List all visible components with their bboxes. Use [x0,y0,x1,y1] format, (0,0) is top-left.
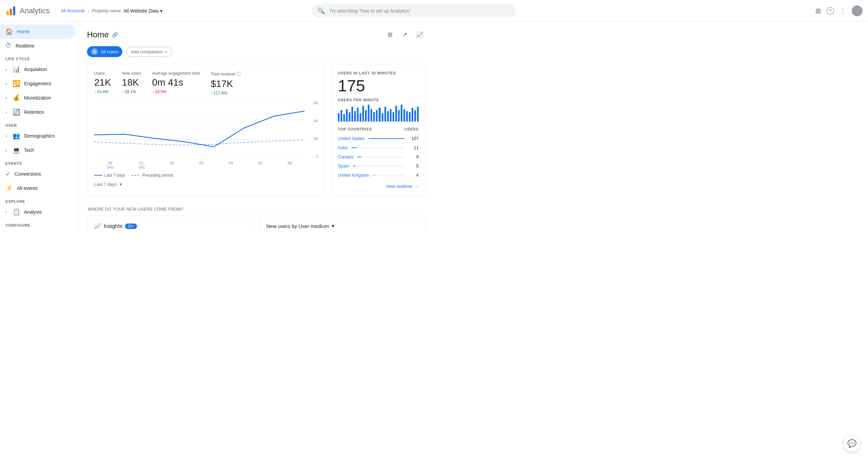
activity-button[interactable]: 📈 [414,29,426,41]
mini-bar [379,108,380,122]
main-grid: Users 21K ↑ 24.4% New users 18K ↑ 28.1% [87,64,426,196]
new-users-header[interactable]: New users by User medium ▾ [266,223,419,229]
share-button[interactable]: ↗ [399,29,411,41]
x-label-03: 03 [199,161,203,169]
new-users-label: New users [122,71,141,76]
countries-col-label: TOP COUNTRIES [338,127,372,131]
mini-bar [417,107,419,122]
mini-bar [341,110,342,122]
sidebar-item-analysis[interactable]: › 📋 Analysis [0,205,76,219]
page-title-area: Home 🔗 [87,30,118,39]
realtime-icon: ⏱ [5,42,12,49]
page-title: Home [87,30,109,39]
sidebar-item-conversions[interactable]: ✓ Conversions [0,167,76,181]
country-row[interactable]: United Kingdom 4 [338,171,419,180]
country-bar [374,175,375,176]
sidebar-item-acquisition[interactable]: › 📊 Acquisition [0,62,76,76]
page-link-icon[interactable]: 🔗 [111,32,118,38]
chart-footer[interactable]: Last 7 days ▾ [94,182,318,187]
country-name: United States [338,136,364,141]
realtime-count: 175 [338,76,419,95]
engagement-change: ↓ 19.5% [152,89,200,94]
logo-area: Analytics [5,5,50,16]
main-content: Home 🔗 ⊞ ↗ 📈 A All Users [79,22,434,230]
bottom-section: WHERE DO YOUR NEW USERS COME FROM? 📈 Ins… [87,207,426,230]
sidebar-item-home[interactable]: 🏠 Home [0,24,76,39]
stats-row: Users 21K ↑ 24.4% New users 18K ↑ 28.1% [94,71,318,95]
countries-list: United States 107 India 11 Canada 9 Spai… [338,134,419,180]
new-users-value: 18K [122,77,141,88]
property-select[interactable]: All Website Data ▾ [123,8,162,14]
country-row[interactable]: United States 107 [338,134,419,143]
explore-section-label: EXPLORE [0,195,79,205]
sidebar-home-label: Home [17,29,30,34]
sidebar-analysis-label: Analysis [24,209,42,215]
monetization-icon: 💰 [13,94,20,102]
country-row[interactable]: India 11 [338,143,419,152]
search-bar[interactable]: 🔍 Try searching "how to set up Analytics… [312,4,434,18]
edit-icon: ⊞ [387,31,393,38]
breadcrumb-account[interactable]: All Accounts [61,8,85,13]
edit-button[interactable]: ⊞ [384,29,396,41]
analysis-icon: 📋 [13,208,20,216]
new-users-change-pct: 28.1% [125,89,136,94]
users-change: ↑ 24.4% [94,89,111,94]
bottom-cards-row: 📈 Insights 10+ New users by User medium … [87,216,426,230]
revenue-label: Total revenue ⓘ [211,71,241,77]
mini-bar [349,112,350,122]
sidebar-item-realtime[interactable]: ⏱ Realtime [0,39,76,53]
mini-bar [362,106,364,122]
sidebar-item-demographics[interactable]: › 👥 Demographics [0,129,76,143]
breadcrumb-property[interactable]: Property name [92,8,121,13]
analytics-logo-icon [5,5,16,16]
all-users-avatar-letter: A [93,50,96,54]
sidebar-item-engagement[interactable]: › 🔁 Engagement [0,76,76,91]
mini-bar [403,109,405,122]
search-icon: 🔍 [317,7,325,15]
sidebar-engagement-label: Engagement [24,81,51,86]
all-users-avatar: A [91,48,98,55]
mini-bar [376,110,378,122]
realtime-card: USERS IN LAST 30 MINUTES 175 USERS PER M… [331,64,426,196]
mini-bar [360,113,361,122]
sidebar-item-retention[interactable]: › 🔄 Retention [0,105,76,119]
breadcrumb-separator: › [88,8,89,13]
country-count: 4 [409,173,419,178]
chart-card: Users 21K ↑ 24.4% New users 18K ↑ 28.1% [87,64,325,196]
sidebar-all-events-label: All events [17,185,38,191]
insights-card: 📈 Insights 10+ [87,216,254,230]
y-label-2k: 2K [314,137,318,141]
insights-label: Insights [104,223,122,229]
tech-icon: 💻 [13,146,20,154]
events-section-label: EVENTS [0,157,79,167]
add-comparison-button[interactable]: Add comparison + [126,47,172,57]
mini-bar [338,113,340,122]
mini-bar [401,105,402,122]
expand-icon: › [5,67,7,72]
header-actions: ⊞ ↗ 📈 [384,29,426,41]
insights-trend-icon: 📈 [94,223,101,229]
mini-bar [343,114,345,122]
sidebar-item-monetization[interactable]: › 💰 Monetization [0,91,76,105]
chart-area: 6K 4K 2K 0 30Sep 01Oct 02 03 04 05 06 [94,101,318,169]
y-label-0: 0 [314,155,318,159]
sidebar-item-all-events[interactable]: ⚡ All events [0,181,76,195]
country-bar-wrap [358,157,404,157]
country-bar-wrap [374,175,405,176]
view-realtime-link[interactable]: View realtime → [338,184,419,189]
all-users-chip[interactable]: A All Users [87,46,122,57]
sidebar-item-tech[interactable]: › 💻 Tech [0,143,76,157]
sidebar-conversions-label: Conversions [15,171,41,177]
country-row[interactable]: Spain 5 [338,161,419,171]
revenue-value: $17K [211,78,241,89]
sidebar-item-admin[interactable]: ⚙ Admin [0,229,76,230]
x-label-sep30: 30Sep [107,161,114,169]
engagement-label: Average engagement time [152,71,200,76]
country-row[interactable]: Canada 9 [338,152,419,161]
new-users-change-arrow: ↑ [122,89,124,94]
mini-bar [409,112,411,122]
users-label: Users [94,71,111,76]
country-name: Canada [338,154,353,159]
mini-bar [373,112,375,122]
x-label-02: 02 [170,161,174,169]
